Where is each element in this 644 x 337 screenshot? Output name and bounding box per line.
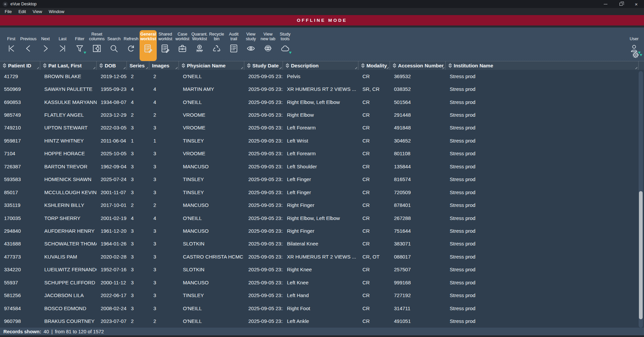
table-cell-patient-id: 581256	[0, 292, 40, 298]
table-row[interactable]: 294840AUFDERHAR HENRY1961-12-2033MANCUSO…	[0, 224, 644, 237]
table-cell-physician-name: O'NEILL	[179, 73, 244, 79]
previous-button[interactable]: Previous	[20, 30, 37, 61]
table-row[interactable]: 749210UPTON STEWART2022-03-0533VROOME202…	[0, 121, 644, 134]
reset-columns-button[interactable]: Reset columns	[88, 30, 105, 61]
column-header-modality[interactable]: Modality	[358, 61, 390, 70]
table-row[interactable]: 550969SAWAYN PAULETTE1955-09-2344MARTIN …	[0, 82, 644, 95]
table-cell-dob: 2001-02-19	[97, 215, 127, 221]
audit-trail-button[interactable]: Audit trail	[225, 30, 242, 61]
table-cell-institution-name: Stress prod	[446, 112, 644, 118]
last-button[interactable]: Last	[54, 30, 71, 61]
case-worklist-icon	[178, 42, 187, 54]
vertical-scrollbar[interactable]	[639, 71, 643, 328]
case-worklist-button[interactable]: Case worklist	[174, 30, 191, 61]
table-cell-dob: 2025-07-24	[97, 176, 127, 182]
search-button[interactable]: Search	[105, 30, 122, 61]
table-row[interactable]: 41729BROWN BLAKE2019-12-0522O'NEILL2025-…	[0, 70, 644, 82]
menu-view[interactable]: View	[29, 8, 45, 15]
table-cell-study-date: 2025-09-05 23:29	[244, 164, 283, 169]
close-button[interactable]: ×	[629, 0, 644, 8]
table-cell-physician-name: SLOTKIN	[179, 241, 244, 246]
table-row[interactable]: 334220LUEILWITZ FERNANDO1952-07-1633SLOT…	[0, 263, 644, 276]
table-cell-patient-id: 431688	[0, 241, 40, 246]
table-cell-physician-name: O'NEILL	[179, 305, 244, 311]
table-cell-institution-name: Stress prod	[446, 202, 644, 208]
reset-columns-icon	[92, 42, 101, 54]
study-tools-button[interactable]: Study tools	[277, 30, 294, 61]
table-cell-dob: 2008-02-24	[97, 305, 127, 311]
table-cell-modality: CR	[358, 318, 390, 324]
quarantine-worklist-button[interactable]: Quarant. Worklist	[191, 30, 208, 61]
table-cell-dob: 1952-07-16	[97, 267, 127, 272]
table-row[interactable]: 593583HOMENICK SHAWN2025-07-2433TINSLEY2…	[0, 173, 644, 186]
table-cell-series: 3	[127, 254, 149, 260]
table-cell-series: 2	[127, 112, 149, 118]
view-study-button[interactable]: View study	[242, 30, 259, 61]
table-cell-images: 3	[149, 241, 179, 246]
table-row[interactable]: 431688SCHOWALTER THOMAS1964-01-2633SLOTK…	[0, 237, 644, 250]
column-label: Patient ID	[8, 63, 31, 68]
first-button[interactable]: First	[3, 30, 20, 61]
table-cell-pat-last-first: MCCULLOUGH KEVIN	[40, 189, 97, 195]
restore-button[interactable]	[613, 0, 629, 8]
shared-worklist-button[interactable]: Shared worklist	[157, 30, 174, 61]
general-worklist-button[interactable]: General worklist	[140, 30, 157, 61]
column-label: Pat Last, First	[48, 63, 82, 68]
filter-button[interactable]: Filter	[71, 30, 88, 61]
scrollbar-thumb[interactable]	[639, 191, 643, 319]
recycle-bin-button[interactable]: Recycle bin	[208, 30, 225, 61]
table-row[interactable]: 726387BARTON TREVOR1962-09-0433MANCUSO20…	[0, 160, 644, 173]
column-header-accession-number[interactable]: Accession Number	[390, 61, 446, 70]
column-settings-button[interactable]	[632, 51, 642, 59]
table-row[interactable]: 170035TORP SHERRY2001-02-1944O'NEILL2025…	[0, 212, 644, 224]
table-cell-patient-id: 593583	[0, 176, 40, 182]
column-header-description[interactable]: Description	[283, 61, 358, 70]
menu-window[interactable]: Window	[45, 8, 67, 15]
table-row[interactable]: 335119KSHLERIN BILLY2017-10-0122MANCUSO2…	[0, 199, 644, 211]
column-header-images[interactable]: Images	[149, 61, 179, 70]
view-new-tab-button[interactable]: View new tab	[259, 30, 277, 61]
column-header-institution-name[interactable]: Institution Name	[446, 61, 639, 70]
menu-edit[interactable]: Edit	[15, 8, 29, 15]
table-row[interactable]: 477373KUVALIS PAM2020-02-2833CASTRO CHRI…	[0, 250, 644, 263]
minimize-button[interactable]	[598, 0, 613, 8]
column-header-series[interactable]: Series	[127, 61, 149, 70]
table-row[interactable]: 985749FLATLEY ANGEL2023-12-2922VROOME202…	[0, 108, 644, 121]
table-cell-study-date: 2025-09-05 23:29	[244, 112, 283, 118]
table-cell-study-date: 2025-09-05 23:28	[244, 215, 283, 221]
table-row[interactable]: 974584BOSCO EDMOND2008-02-2433O'NEILL202…	[0, 302, 644, 315]
table-row[interactable]: 960798BRAKUS COURTNEY2023-07-0722O'NEILL…	[0, 315, 644, 327]
table-cell-study-date: 2025-09-05 23:28	[244, 280, 283, 285]
table-cell-description: Right Finger	[283, 202, 358, 208]
table-cell-series: 3	[127, 151, 149, 156]
table-row[interactable]: 85017MCCULLOUGH KEVIN2001-11-0733TINSLEY…	[0, 186, 644, 199]
column-header-dob[interactable]: DOB	[97, 61, 127, 70]
table-row[interactable]: 690853KASSULKE MARYANN1934-08-0744O'NEIL…	[0, 96, 644, 108]
table-cell-study-date: 2025-09-05 23:28	[244, 176, 283, 182]
column-header-pat-last-first[interactable]: Pat Last, First	[40, 61, 97, 70]
table-row[interactable]: 959817HINTZ WHITNEY2011-06-0411TINSLEY20…	[0, 134, 644, 147]
table-body: 41729BROWN BLAKE2019-12-0522O'NEILL2025-…	[0, 70, 644, 328]
menu-file[interactable]: File	[1, 8, 15, 15]
column-label: Study Date	[252, 63, 279, 68]
table-cell-accession-number: 291448	[390, 112, 446, 118]
table-cell-pat-last-first: HOPPE HORACE	[40, 151, 97, 156]
column-header-physician-name[interactable]: Physician Name	[179, 61, 244, 70]
table-cell-accession-number: 816574	[390, 176, 446, 182]
table-cell-modality: SR, CR	[358, 86, 390, 92]
table-cell-series: 3	[127, 125, 149, 130]
table-cell-physician-name: VROOME	[179, 151, 244, 156]
table-row[interactable]: 7104HOPPE HORACE2025-10-0533VROOME2025-0…	[0, 147, 644, 160]
table-cell-pat-last-first: SAWAYN PAULETTE	[40, 86, 97, 92]
table-cell-patient-id: 974584	[0, 305, 40, 311]
table-cell-patient-id: 335119	[0, 202, 40, 208]
next-button[interactable]: Next	[37, 30, 54, 61]
column-header-patient-id[interactable]: Patient ID	[0, 61, 40, 70]
column-header-study-date[interactable]: Study Date	[244, 61, 283, 70]
table-row[interactable]: 55937SCHUPPE CLIFFORD2000-11-1233MANCUSO…	[0, 276, 644, 289]
refresh-button[interactable]: Refresh	[122, 30, 140, 61]
table-cell-dob: 2023-12-29	[97, 112, 127, 118]
table-row[interactable]: 581256JACOBSON LILA2022-06-1733TINSLEY20…	[0, 289, 644, 301]
table-cell-dob: 2025-10-05	[97, 151, 127, 156]
table-cell-patient-id: 41729	[0, 73, 40, 79]
